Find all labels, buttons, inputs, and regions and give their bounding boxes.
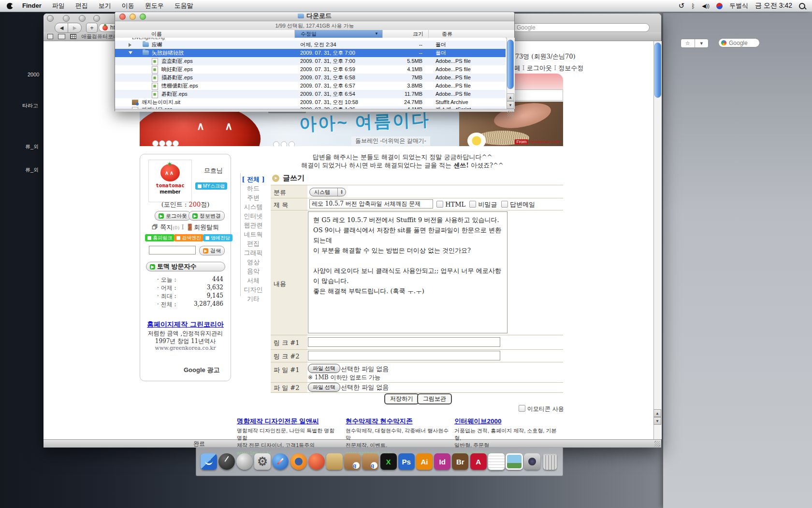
menu-view[interactable]: 보기 [93, 0, 116, 12]
memo-link[interactable]: 쪽지 [160, 224, 173, 231]
html-checkbox[interactable] [436, 201, 443, 208]
category-item[interactable]: 서체 [240, 276, 267, 285]
scroll-up-arrow[interactable]: ▲ [653, 409, 661, 417]
keep-image-button[interactable]: 그림보관 [417, 393, 452, 404]
menu-app-finder[interactable]: Finder [17, 0, 47, 12]
nav-editinfo-link[interactable]: 정보수정 [558, 64, 583, 72]
menu-edit[interactable]: 편집 [70, 0, 93, 12]
background-window[interactable] [663, 13, 812, 508]
dock-icon-textedit[interactable] [487, 452, 505, 471]
footer-ad-link[interactable]: 인터웨이브2000 [454, 417, 558, 426]
close-button-inactive[interactable] [47, 15, 54, 22]
file-row-folder[interactable]: 应嶰 어제, 오전 2:34 -- 폴더 [115, 41, 506, 49]
dock-icon-indesign[interactable]: Id [434, 452, 451, 471]
minimize-button[interactable] [130, 14, 136, 20]
volume-icon[interactable]: ◀)) [702, 3, 710, 9]
dock-icon-x11[interactable]: X [379, 452, 397, 471]
file-row[interactable]: 깨지는이미지.sit 2009. 07. 31, 오전 10:58 24.7MB… [115, 98, 506, 106]
finder-scroll-up-arrow[interactable]: ▲ [507, 93, 514, 101]
body-textarea[interactable]: 현 G5 레오 10.5.7 버전에서 Stuffit 9 버전을 사용하고 있… [308, 211, 508, 333]
dock-icon-finder[interactable] [200, 452, 218, 471]
file-row[interactable]: 碁勸冟.eps 2009. 07. 31, 오후 6:54 11.7MB Ado… [115, 90, 506, 98]
file1-choose-button[interactable]: 파일 선택 [308, 364, 340, 373]
input-source-label[interactable]: 두벌식 [729, 1, 748, 10]
spotlight-icon[interactable] [799, 3, 805, 9]
banner-dot[interactable] [166, 140, 172, 146]
finder-scrollbar-thumb[interactable] [507, 40, 514, 89]
book-icon[interactable] [58, 34, 65, 39]
category-item[interactable]: 웹관련 [240, 221, 267, 230]
finder-scroll-down-arrow[interactable]: ▼ [507, 101, 514, 109]
new-tab-button[interactable]: + [86, 23, 98, 33]
reply-mail-checkbox[interactable] [501, 201, 508, 208]
withdraw-link[interactable]: 회원탈퇴 [194, 224, 219, 231]
toolbar-button-inactive[interactable] [93, 15, 100, 22]
file2-choose-button[interactable]: 파일 선택 [308, 383, 340, 392]
category-item-all[interactable]: [ 전체 ] [240, 175, 267, 184]
column-header-size[interactable]: 크기 [382, 30, 428, 38]
dock-icon-dashboard[interactable] [218, 452, 235, 471]
scrollbar-thumb[interactable] [654, 43, 661, 98]
menu-go[interactable]: 이동 [116, 0, 140, 12]
dock-icon-photoshop[interactable]: Ps [397, 452, 415, 471]
close-button[interactable] [119, 14, 126, 20]
category-item[interactable]: 그래픽 [240, 249, 267, 257]
sidebar-search-input[interactable] [149, 246, 196, 254]
disclosure-triangle-open[interactable] [129, 51, 132, 54]
footer-ad-link[interactable]: 명함제작 디자인전문 일앤씨 [237, 417, 341, 426]
dock-icon-sphere[interactable] [235, 452, 253, 471]
finder-resize-grip[interactable] [508, 111, 513, 117]
menu-file[interactable]: 파일 [47, 0, 70, 12]
apple-menu-icon[interactable] [7, 3, 13, 9]
dock-icon-trash[interactable] [541, 452, 559, 471]
banner-dot[interactable] [173, 140, 179, 146]
grid-icon[interactable] [70, 34, 76, 39]
file-row[interactable]: 晌妊勸冟.eps 2009. 07. 31, 오후 6:59 4.1MB Ado… [115, 65, 506, 74]
column-header-date[interactable]: 수정일▼ [294, 30, 382, 38]
dock-icon-stuffit-package-2[interactable]: q [362, 452, 379, 471]
google-search-pill[interactable]: Google [718, 38, 760, 47]
banner-dot[interactable] [152, 140, 159, 146]
zoom-button-inactive[interactable] [79, 15, 86, 22]
desktop-file-label[interactable]: 타라고 [22, 102, 38, 109]
input-source-icon[interactable] [715, 2, 723, 10]
category-item[interactable]: 기타 [240, 295, 267, 303]
disclosure-triangle[interactable] [129, 43, 131, 47]
menu-window[interactable]: 윈도우 [140, 0, 169, 12]
category-item[interactable]: 네트웍 [240, 230, 267, 239]
category-dropdown[interactable]: 시스템 ▲▼ [309, 188, 346, 196]
desktop-file-label[interactable]: 류_외 [25, 166, 39, 174]
dock-icon-red-app[interactable] [307, 452, 325, 471]
footer-ad-link[interactable]: 현수막제작 현수막지존 [346, 417, 450, 426]
dock-icon-illustrator[interactable]: Ai [415, 452, 433, 471]
link2-input[interactable] [308, 351, 500, 360]
file-row-selected[interactable]: 夨敨赸猪毜敨 2009. 07. 31, 오후 7:00 -- 폴더 [115, 49, 506, 57]
dock-icon-stuffit-package-1[interactable]: q [344, 452, 362, 471]
file-row[interactable]: 攝碁勸冟.eps 2009. 07. 31, 오후 6:58 7MB Adobe… [115, 74, 506, 82]
edit-info-button[interactable]: ▶정보변경 [188, 211, 225, 221]
time-machine-icon[interactable]: ↺ [679, 1, 685, 10]
dock-icon-acrobat[interactable]: A [469, 452, 487, 471]
vertical-scrollbar[interactable] [653, 41, 662, 439]
chevron-down-icon[interactable]: ▾ [695, 40, 709, 46]
dock-icon-firefox[interactable] [290, 452, 307, 471]
bookmark-icon[interactable] [47, 34, 53, 39]
sidebar-search-button[interactable]: ▶검색 [199, 246, 225, 255]
desktop-file-label[interactable]: 2000 [28, 72, 39, 77]
hall-of-fame-button[interactable]: 명예전당 [203, 234, 232, 241]
search-input[interactable]: Google [510, 23, 650, 32]
minimize-button-inactive[interactable] [63, 15, 70, 22]
category-item[interactable]: 편집 [240, 239, 267, 248]
star-icon[interactable]: ☆ [681, 40, 695, 46]
finder-titlebar[interactable]: 다운로드 [115, 11, 514, 21]
file-row[interactable]: 憁棚傂勸冟.eps 2009. 07. 31, 오후 6:57 3.8MB Ad… [115, 82, 506, 90]
save-button[interactable]: 저장하기 [384, 393, 419, 404]
category-item[interactable]: 시스템 [240, 203, 267, 211]
category-item[interactable]: 음악 [240, 267, 267, 276]
category-item[interactable]: 인터넷 [240, 212, 267, 221]
category-item[interactable]: 영상 [240, 258, 267, 267]
menu-clock[interactable]: 금 오전 3:42 [755, 1, 792, 10]
bluetooth-icon[interactable]: ᛒ [691, 2, 695, 10]
category-item[interactable]: 주변 [240, 194, 267, 202]
resize-grip[interactable] [654, 441, 660, 447]
